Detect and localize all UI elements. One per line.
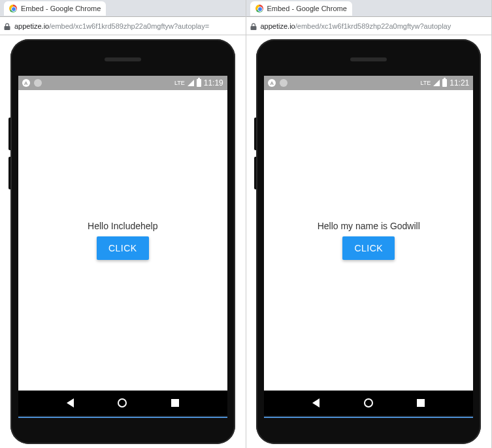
signal-icon <box>433 80 440 86</box>
volume-up-button <box>8 118 10 150</box>
back-icon[interactable] <box>312 398 320 408</box>
device-screen: A LTE 11:19 Hello Includehelp CLICK <box>18 76 227 391</box>
android-nav-bar <box>18 391 227 415</box>
volume-down-button <box>254 157 256 189</box>
loading-indicator <box>264 417 473 418</box>
recent-apps-icon[interactable] <box>417 399 425 407</box>
browser-window: Embed - Google Chrome appetize.io/embed/… <box>0 0 246 448</box>
clock: 11:19 <box>204 78 223 88</box>
battery-icon <box>442 79 447 87</box>
app-status-icon: A <box>22 79 30 87</box>
page-content: A LTE 11:21 Hello my name is Godwill CLI… <box>246 35 492 448</box>
android-status-bar: A LTE 11:21 <box>264 76 473 90</box>
signal-icon <box>188 80 194 86</box>
status-dot-icon <box>34 79 42 87</box>
app-content: Hello Includehelp CLICK <box>18 90 227 391</box>
volume-down-button <box>8 157 10 189</box>
tab-bar: Embed - Google Chrome <box>0 0 246 17</box>
network-label: LTE <box>174 80 185 86</box>
click-button[interactable]: CLICK <box>97 236 149 260</box>
url-text: appetize.io/embed/xc1w6f1krd589zhp22a0mg… <box>14 22 209 30</box>
network-label: LTE <box>420 80 431 86</box>
browser-tab[interactable]: Embed - Google Chrome <box>250 1 352 16</box>
home-icon[interactable] <box>364 398 373 408</box>
status-dot-icon <box>280 79 287 87</box>
address-bar[interactable]: appetize.io/embed/xc1w6f1krd589zhp22a0mg… <box>0 17 246 35</box>
device-frame: A LTE 11:19 Hello Includehelp CLICK <box>10 39 235 444</box>
url-host: appetize.io <box>14 22 49 30</box>
page-content: A LTE 11:19 Hello Includehelp CLICK <box>0 35 246 448</box>
click-button[interactable]: CLICK <box>342 236 395 260</box>
url-path: /embed/xc1w6f1krd589zhp22a0mgftyw?autopl… <box>295 22 451 30</box>
app-status-icon: A <box>268 79 276 87</box>
home-icon[interactable] <box>118 398 127 408</box>
battery-icon <box>197 79 201 87</box>
url-text: appetize.io/embed/xc1w6f1krd589zhp22a0mg… <box>261 22 451 30</box>
chrome-icon <box>9 5 17 12</box>
android-status-bar: A LTE 11:19 <box>18 76 227 90</box>
browser-window: Embed - Google Chrome appetize.io/embed/… <box>246 0 493 448</box>
volume-up-button <box>254 118 256 150</box>
tab-bar: Embed - Google Chrome <box>246 0 492 17</box>
device-frame: A LTE 11:21 Hello my name is Godwill CLI… <box>256 39 481 444</box>
browser-tab[interactable]: Embed - Google Chrome <box>4 1 106 16</box>
speaker-slot <box>105 57 141 61</box>
back-icon[interactable] <box>67 398 74 408</box>
android-nav-bar <box>264 391 473 415</box>
recent-apps-icon[interactable] <box>171 399 179 407</box>
lock-icon <box>250 23 257 29</box>
address-bar[interactable]: appetize.io/embed/xc1w6f1krd589zhp22a0mg… <box>246 17 492 35</box>
tab-title: Embed - Google Chrome <box>267 5 347 12</box>
clock: 11:21 <box>450 78 469 88</box>
greeting-text: Hello my name is Godwill <box>318 221 420 231</box>
lock-icon <box>4 23 10 29</box>
app-content: Hello my name is Godwill CLICK <box>264 90 473 391</box>
greeting-text: Hello Includehelp <box>88 221 157 231</box>
speaker-slot <box>350 57 387 61</box>
device-screen: A LTE 11:21 Hello my name is Godwill CLI… <box>264 76 473 391</box>
url-path: /embed/xc1w6f1krd589zhp22a0mgftyw?autopl… <box>49 22 209 30</box>
tab-title: Embed - Google Chrome <box>21 5 101 12</box>
url-host: appetize.io <box>261 22 295 30</box>
chrome-icon <box>255 5 263 12</box>
loading-indicator <box>18 417 227 418</box>
